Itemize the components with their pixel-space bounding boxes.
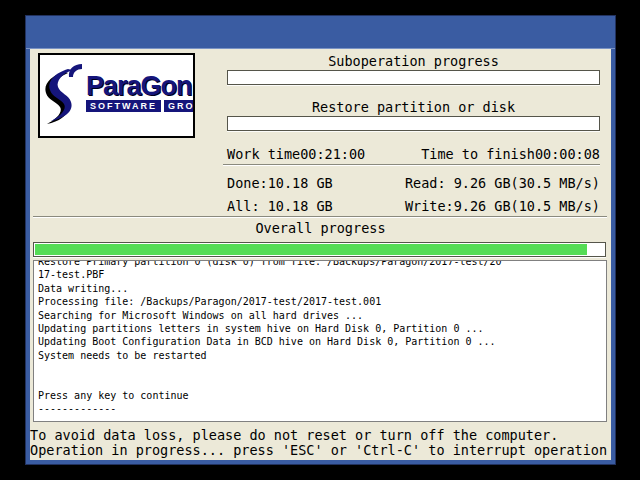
software-group-strip: SOFTWARE GROUP bbox=[86, 100, 195, 112]
overall-progress-fill bbox=[35, 244, 587, 255]
overall-progress-label: Overall progress bbox=[30, 221, 611, 235]
time-stats-row: Work time00:21:00 Time to finish00:00:08 bbox=[227, 147, 600, 161]
read-stat: Read: 9.26 GB(30.5 MB/s) bbox=[405, 176, 600, 190]
stats-separator bbox=[223, 164, 600, 165]
suboperation-progress-bar bbox=[227, 70, 600, 85]
write-stat: Write:9.26 GB(10.5 MB/s) bbox=[405, 199, 600, 213]
done-value: 10.18 GB bbox=[268, 175, 333, 191]
software-word: SOFTWARE bbox=[86, 100, 161, 112]
work-time: Work time00:21:00 bbox=[227, 147, 365, 161]
dialog-client-area: ParaGon SOFTWARE GROUP Suboperation prog… bbox=[30, 49, 611, 460]
log-line: System needs to be restarted bbox=[38, 349, 606, 362]
log-line: Updating partitions letters in system hi… bbox=[38, 322, 606, 335]
titlebar bbox=[26, 16, 615, 49]
restore-progress-bar bbox=[227, 116, 600, 131]
restore-progress-label: Restore partition or disk bbox=[227, 100, 600, 114]
log-line: Processing file: /Backups/Paragon/2017-t… bbox=[38, 295, 606, 308]
operation-log: Restore Primary partition 0 (disk 0) fro… bbox=[33, 260, 607, 422]
log-line: 17-test.PBF bbox=[38, 268, 606, 281]
log-line bbox=[38, 362, 606, 375]
paragon-brand-text: ParaGon bbox=[86, 73, 195, 99]
log-line: ------------- bbox=[38, 402, 606, 415]
read-value: 9.26 GB(30.5 MB/s) bbox=[454, 175, 600, 191]
log-line: Restore Primary partition 0 (disk 0) fro… bbox=[38, 260, 606, 268]
paragon-logo: ParaGon SOFTWARE GROUP bbox=[38, 53, 195, 138]
log-line bbox=[38, 376, 606, 389]
done-stat: Done:10.18 GB bbox=[227, 176, 333, 190]
log-line: Searching for Microsoft Windows on all h… bbox=[38, 309, 606, 322]
done-read-row: Done:10.18 GB Read: 9.26 GB(30.5 MB/s) bbox=[227, 176, 600, 190]
write-value: 9.26 GB(10.5 MB/s) bbox=[454, 198, 600, 214]
all-value: 10.18 GB bbox=[268, 198, 333, 214]
interrupt-status-message: Operation in progress... press 'ESC' or … bbox=[30, 443, 607, 457]
all-write-row: All: 10.18 GB Write:9.26 GB(10.5 MB/s) bbox=[227, 199, 600, 213]
work-time-value: 00:21:00 bbox=[300, 146, 365, 162]
overall-separator bbox=[33, 216, 607, 217]
suboperation-progress-label: Suboperation progress bbox=[227, 54, 600, 68]
data-loss-warning: To avoid data loss, please do not reset … bbox=[30, 428, 558, 442]
log-line: Updating Boot Configuration Data in BCD … bbox=[38, 335, 606, 348]
overall-progress-bar bbox=[33, 242, 606, 257]
all-stat: All: 10.18 GB bbox=[227, 199, 333, 213]
paragon-swirl-icon bbox=[44, 63, 84, 127]
log-line: Data writing... bbox=[38, 282, 606, 295]
time-to-finish: Time to finish00:00:08 bbox=[421, 147, 600, 161]
restore-progress-window: ParaGon SOFTWARE GROUP Suboperation prog… bbox=[25, 15, 616, 465]
log-line: Press any key to continue bbox=[38, 389, 606, 402]
group-word: GROUP bbox=[164, 100, 195, 112]
time-to-finish-value: 00:00:08 bbox=[535, 146, 600, 162]
